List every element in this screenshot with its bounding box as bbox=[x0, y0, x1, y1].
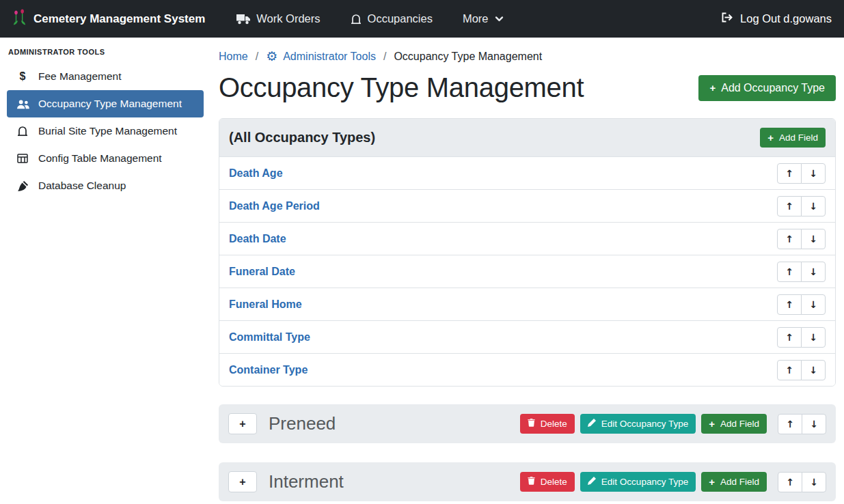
table-icon bbox=[16, 154, 29, 163]
main-nav: Work Orders Occupancies More bbox=[236, 12, 503, 25]
tombstone-icon bbox=[16, 126, 29, 137]
nav-more[interactable]: More bbox=[463, 12, 504, 25]
card-header: (All Occupancy Types) + Add Field bbox=[219, 119, 835, 156]
section-actions: Delete Edit Occupancy Type + Add Field ↑ bbox=[520, 472, 826, 492]
top-navbar: Cemetery Management System Work Orders bbox=[0, 0, 844, 38]
delete-button[interactable]: Delete bbox=[520, 414, 575, 434]
plus-icon: + bbox=[709, 477, 715, 487]
plus-icon: + bbox=[767, 132, 774, 143]
move-down-button[interactable]: ↓ bbox=[801, 327, 826, 348]
chevron-down-icon bbox=[495, 14, 504, 23]
reorder-controls: ↑ ↓ bbox=[777, 262, 826, 282]
add-field-button[interactable]: + Add Field bbox=[701, 414, 767, 434]
move-down-button[interactable]: ↓ bbox=[801, 229, 826, 249]
breadcrumb-administrator-tools[interactable]: ⚙ Administrator Tools bbox=[266, 50, 376, 63]
move-up-button[interactable]: ↑ bbox=[778, 472, 802, 492]
field-link-container-type[interactable]: Container Type bbox=[229, 364, 308, 376]
move-down-button[interactable]: ↓ bbox=[802, 472, 826, 492]
move-down-button[interactable]: ↓ bbox=[801, 262, 826, 282]
edit-occupancy-type-button[interactable]: Edit Occupancy Type bbox=[580, 472, 696, 492]
field-row: Death Date ↑ ↓ bbox=[219, 222, 835, 255]
reorder-controls: ↑ ↓ bbox=[777, 163, 826, 184]
field-link-death-age[interactable]: Death Age bbox=[229, 167, 283, 180]
page-title: Occupancy Type Management bbox=[219, 72, 584, 103]
pencil-icon bbox=[588, 477, 596, 487]
move-up-button[interactable]: ↑ bbox=[777, 360, 802, 380]
users-icon bbox=[16, 99, 29, 109]
sidebar-item-occupancy-type-management[interactable]: Occupancy Type Management bbox=[7, 90, 204, 117]
move-down-button[interactable]: ↓ bbox=[801, 196, 826, 216]
move-up-button[interactable]: ↑ bbox=[777, 229, 802, 249]
field-link-death-age-period[interactable]: Death Age Period bbox=[229, 200, 320, 212]
tombstone-icon bbox=[351, 14, 362, 25]
reorder-controls: ↑ ↓ bbox=[777, 229, 826, 249]
breadcrumb: Home / ⚙ Administrator Tools / Occupancy… bbox=[219, 38, 836, 67]
breadcrumb-current: Occupancy Type Management bbox=[394, 51, 542, 63]
truck-icon bbox=[236, 14, 250, 25]
card-title: (All Occupancy Types) bbox=[229, 130, 375, 145]
sidebar-item-config-table-management[interactable]: Config Table Management bbox=[7, 145, 204, 172]
reorder-controls: ↑ ↓ bbox=[778, 472, 826, 492]
field-row: Funeral Home ↑ ↓ bbox=[219, 288, 835, 320]
move-up-button[interactable]: ↑ bbox=[777, 196, 802, 216]
field-link-death-date[interactable]: Death Date bbox=[229, 233, 286, 245]
reorder-controls: ↑ ↓ bbox=[778, 414, 826, 434]
trash-icon bbox=[528, 477, 535, 487]
field-row: Committal Type ↑ ↓ bbox=[219, 320, 835, 353]
section-actions: Delete Edit Occupancy Type + Add Field ↑ bbox=[520, 414, 826, 434]
sidebar-item-burial-site-type-management[interactable]: Burial Site Type Management bbox=[7, 117, 204, 145]
sidebar-item-database-cleanup[interactable]: Database Cleanup bbox=[7, 172, 204, 199]
move-up-button[interactable]: ↑ bbox=[777, 327, 802, 348]
app-title: Cemetery Management System bbox=[33, 12, 205, 26]
broom-icon bbox=[16, 180, 29, 191]
expand-button[interactable]: + bbox=[228, 413, 257, 434]
delete-button[interactable]: Delete bbox=[520, 472, 575, 492]
flower-logo-icon bbox=[12, 8, 27, 30]
section-interment: + Interment Delete bbox=[219, 462, 836, 501]
section-title: Preneed bbox=[269, 413, 336, 434]
breadcrumb-separator: / bbox=[383, 51, 386, 63]
gear-icon: ⚙ bbox=[266, 50, 277, 63]
breadcrumb-separator: / bbox=[256, 51, 258, 63]
plus-icon: + bbox=[709, 419, 715, 429]
field-row: Death Age Period ↑ ↓ bbox=[219, 189, 835, 222]
move-down-button[interactable]: ↓ bbox=[801, 163, 826, 184]
section-preneed: + Preneed Delete bbox=[219, 404, 836, 443]
section-title: Interment bbox=[269, 471, 344, 492]
move-up-button[interactable]: ↑ bbox=[777, 163, 802, 184]
expand-button[interactable]: + bbox=[228, 471, 257, 492]
move-down-button[interactable]: ↓ bbox=[801, 294, 826, 315]
sidebar-heading: ADMINISTRATOR TOOLS bbox=[0, 42, 210, 63]
add-field-button[interactable]: + Add Field bbox=[760, 128, 826, 148]
all-occupancy-types-card: (All Occupancy Types) + Add Field Death … bbox=[219, 118, 836, 387]
move-up-button[interactable]: ↑ bbox=[778, 414, 802, 434]
reorder-controls: ↑ ↓ bbox=[777, 327, 826, 348]
main-content: Home / ⚙ Administrator Tools / Occupancy… bbox=[210, 38, 844, 504]
trash-icon bbox=[528, 419, 535, 429]
edit-occupancy-type-button[interactable]: Edit Occupancy Type bbox=[580, 414, 696, 434]
pencil-icon bbox=[588, 419, 596, 429]
field-link-committal-type[interactable]: Committal Type bbox=[229, 331, 310, 344]
field-row: Funeral Date ↑ ↓ bbox=[219, 255, 835, 288]
logout-icon bbox=[721, 12, 734, 26]
app-brand[interactable]: Cemetery Management System bbox=[12, 8, 205, 30]
reorder-controls: ↑ ↓ bbox=[777, 196, 826, 216]
logout-link[interactable]: Log Out d.gowans bbox=[721, 12, 832, 26]
add-field-button[interactable]: + Add Field bbox=[701, 472, 767, 492]
plus-icon: + bbox=[709, 83, 716, 93]
sidebar-item-fee-management[interactable]: $ Fee Management bbox=[7, 63, 204, 90]
breadcrumb-home[interactable]: Home bbox=[219, 51, 248, 63]
field-row: Death Age ↑ ↓ bbox=[219, 156, 835, 189]
nav-work-orders[interactable]: Work Orders bbox=[236, 12, 320, 25]
field-link-funeral-home[interactable]: Funeral Home bbox=[229, 298, 302, 311]
add-occupancy-type-button[interactable]: + Add Occupancy Type bbox=[698, 75, 836, 101]
move-up-button[interactable]: ↑ bbox=[777, 262, 802, 282]
move-down-button[interactable]: ↓ bbox=[801, 360, 826, 380]
move-down-button[interactable]: ↓ bbox=[802, 414, 826, 434]
move-up-button[interactable]: ↑ bbox=[777, 294, 802, 315]
reorder-controls: ↑ ↓ bbox=[777, 360, 826, 380]
field-link-funeral-date[interactable]: Funeral Date bbox=[229, 266, 295, 278]
field-row: Container Type ↑ ↓ bbox=[219, 353, 835, 386]
dollar-icon: $ bbox=[16, 70, 29, 83]
nav-occupancies[interactable]: Occupancies bbox=[351, 12, 433, 25]
